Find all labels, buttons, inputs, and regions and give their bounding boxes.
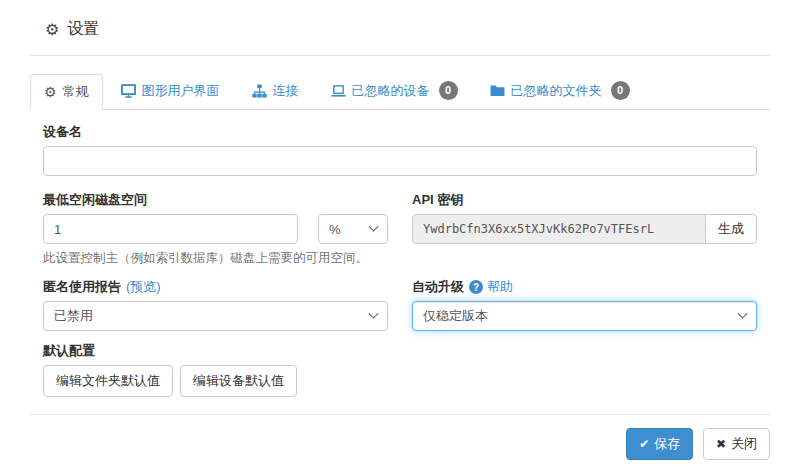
tab-label: 已忽略的设备 bbox=[352, 82, 430, 100]
api-key-input bbox=[412, 214, 706, 244]
chevron-down-icon bbox=[738, 308, 748, 318]
device-name-label: 设备名 bbox=[43, 123, 757, 141]
settings-tab-bar: ⚙ 常规 图形用户界面 连接 已忽略的设备 0 已忽略的文件夹 0 bbox=[30, 72, 770, 110]
gear-icon: ⚙ bbox=[45, 22, 59, 38]
auto-upgrade-label: 自动升级 bbox=[412, 278, 464, 296]
monitor-icon bbox=[121, 84, 136, 98]
laptop-icon bbox=[331, 84, 346, 98]
usage-reporting-preview-link[interactable]: (预览) bbox=[126, 278, 161, 296]
api-key-group: API 密钥 生成 bbox=[412, 191, 757, 267]
close-button-label: 关闭 bbox=[731, 436, 757, 451]
tab-general[interactable]: ⚙ 常规 bbox=[30, 74, 103, 110]
save-button[interactable]: ✔保存 bbox=[626, 428, 693, 460]
save-button-label: 保存 bbox=[654, 436, 680, 451]
sitemap-icon bbox=[252, 84, 267, 98]
tab-gui[interactable]: 图形用户界面 bbox=[107, 73, 234, 109]
question-circle-icon: ? bbox=[469, 280, 483, 294]
min-disk-free-unit-select[interactable]: % bbox=[318, 214, 388, 244]
tab-label: 图形用户界面 bbox=[142, 82, 220, 100]
api-key-label: API 密钥 bbox=[412, 191, 757, 209]
chevron-down-icon bbox=[369, 221, 379, 231]
chevron-down-icon bbox=[369, 308, 379, 318]
tab-connections[interactable]: 连接 bbox=[238, 73, 313, 109]
edit-folder-defaults-button[interactable]: 编辑文件夹默认值 bbox=[43, 365, 173, 397]
defaults-label: 默认配置 bbox=[43, 342, 757, 360]
gear-icon: ⚙ bbox=[44, 85, 57, 99]
tab-label: 连接 bbox=[273, 82, 299, 100]
min-disk-free-group: 最低空闲磁盘空间 % 此设置控制主（例如索引数据库）磁盘上需要的可用空间。 bbox=[43, 191, 388, 267]
settings-dialog: ⚙ 设置 ⚙ 常规 图形用户界面 连接 已忽略的设备 0 bbox=[30, 0, 770, 460]
device-name-input[interactable] bbox=[43, 146, 757, 176]
ignored-folders-count-badge: 0 bbox=[611, 81, 630, 100]
min-disk-free-help: 此设置控制主（例如索引数据库）磁盘上需要的可用空间。 bbox=[43, 250, 388, 267]
auto-upgrade-select[interactable]: 仅稳定版本 bbox=[412, 301, 757, 331]
check-icon: ✔ bbox=[639, 437, 649, 451]
edit-device-defaults-button[interactable]: 编辑设备默认值 bbox=[180, 365, 297, 397]
usage-reporting-group: 匿名使用报告 (预览) 已禁用 bbox=[43, 278, 388, 331]
usage-reporting-label: 匿名使用报告 bbox=[43, 278, 121, 296]
min-disk-free-label: 最低空闲磁盘空间 bbox=[43, 191, 388, 209]
device-name-group: 设备名 bbox=[43, 123, 757, 176]
auto-upgrade-help-link[interactable]: ? 帮助 bbox=[469, 278, 513, 296]
dialog-footer: ✔保存 ✖关闭 bbox=[30, 414, 770, 460]
page-title: 设置 bbox=[67, 19, 99, 40]
folder-icon bbox=[490, 84, 505, 97]
tab-label: 已忽略的文件夹 bbox=[511, 82, 602, 100]
selected-auto-upgrade: 仅稳定版本 bbox=[423, 307, 488, 325]
tab-ignored-devices[interactable]: 已忽略的设备 0 bbox=[317, 72, 472, 109]
close-icon: ✖ bbox=[716, 437, 726, 451]
usage-reporting-select[interactable]: 已禁用 bbox=[43, 301, 388, 331]
close-button[interactable]: ✖关闭 bbox=[703, 428, 770, 460]
tab-ignored-folders[interactable]: 已忽略的文件夹 0 bbox=[476, 72, 644, 109]
help-link-label: 帮助 bbox=[487, 278, 513, 296]
tab-label: 常规 bbox=[63, 83, 89, 101]
generate-api-key-button[interactable]: 生成 bbox=[705, 214, 757, 244]
selected-usage-reporting: 已禁用 bbox=[54, 307, 93, 325]
defaults-group: 默认配置 编辑文件夹默认值 编辑设备默认值 bbox=[43, 342, 757, 397]
min-disk-free-input[interactable] bbox=[43, 214, 298, 244]
selected-unit: % bbox=[329, 222, 341, 237]
ignored-devices-count-badge: 0 bbox=[439, 81, 458, 100]
auto-upgrade-group: 自动升级 ? 帮助 仅稳定版本 bbox=[412, 278, 757, 331]
dialog-header: ⚙ 设置 bbox=[30, 0, 770, 56]
